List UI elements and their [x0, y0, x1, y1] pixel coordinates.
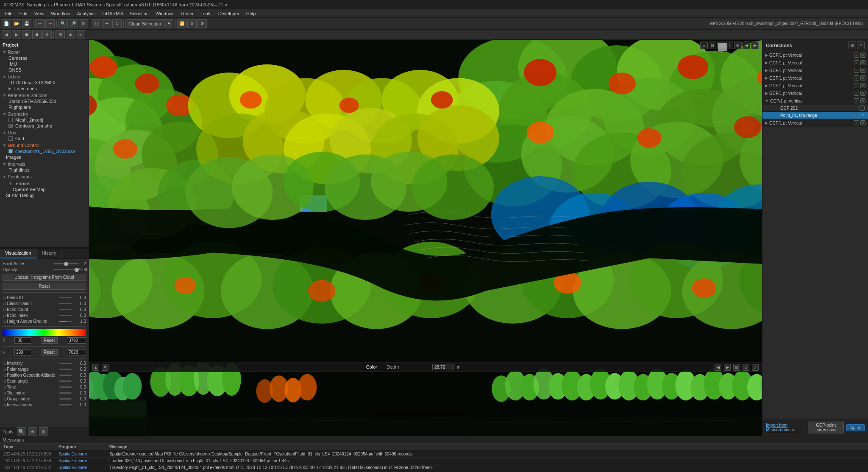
checkbox-contours[interactable] [8, 124, 13, 128]
tree-checkpoints[interactable]: checkpoints_LV95_LN02.csv [0, 148, 89, 154]
tree-geometry[interactable]: ▼ Geometry [0, 110, 89, 117]
rotate-btn[interactable]: ↻ [112, 19, 122, 28]
pv-tab-depth[interactable]: Depth [383, 364, 402, 370]
checkbox-mesh[interactable] [8, 118, 13, 122]
tree-rover[interactable]: ▼ Rover [0, 48, 89, 55]
view-nav-prev[interactable]: ◀ [743, 42, 750, 49]
corr-btn1[interactable]: ⊞ [849, 42, 856, 49]
view-home-btn[interactable]: ⌂ [700, 42, 708, 49]
pv-depth-input[interactable] [432, 364, 453, 370]
sub-gcp202[interactable]: GCP 202 [762, 105, 868, 112]
maximize-btn[interactable]: □ [220, 2, 223, 7]
cg3-edit[interactable]: ✎ [860, 68, 865, 73]
cg6-check[interactable]: ✓ [854, 91, 859, 96]
tool-btn3[interactable]: 🗑 [39, 427, 48, 436]
tree-terrains[interactable]: ▼ Terrains [0, 180, 89, 186]
corr-group-8[interactable]: ▶ GCP/1 pt Vertical ✓ ✎ [762, 119, 868, 127]
tb2-btn5[interactable]: ⟳ [42, 30, 52, 39]
v-min-input[interactable] [14, 349, 31, 355]
pv-expand[interactable]: ⤢ [752, 364, 759, 371]
cg5-check[interactable]: ✓ [854, 83, 859, 88]
hist-min-input[interactable] [14, 337, 31, 344]
redo-btn[interactable]: ↪ [45, 19, 55, 28]
cg6-edit[interactable]: ✎ [860, 91, 865, 96]
tb2-btn2[interactable]: ▶ [12, 30, 21, 39]
tree-trajectories[interactable]: ▶ Trajectories [0, 86, 89, 92]
tool-btn2[interactable]: ⊕ [28, 427, 37, 436]
tree-pointclouds[interactable]: ▼ Pointclouds [0, 173, 89, 180]
update-histograms-btn[interactable]: Update Histograms From Cloud [3, 274, 86, 281]
tree-flightplans[interactable]: Flightplans [0, 104, 89, 110]
menu-windows[interactable]: Windows [152, 9, 178, 17]
cg8-check[interactable]: ✓ [854, 120, 859, 125]
cg7-check[interactable]: ✓ [854, 98, 859, 103]
move-btn[interactable]: ✛ [102, 19, 111, 28]
minimap-box[interactable] [718, 43, 727, 51]
tb2-btn3[interactable]: ⏹ [22, 30, 31, 39]
main-3d-view[interactable]: ⌂ ⊡ 3D ↑ ⊞ ◀ ▶ [89, 40, 762, 362]
pv-tab-color[interactable]: Color [363, 364, 381, 370]
pv-nav1[interactable]: ◀ [715, 364, 721, 371]
tree-station[interactable]: Station ETH2285E.23o [0, 98, 89, 104]
cloud-selection-dropdown[interactable]: Cloud Selection ... ▾ [125, 19, 173, 28]
view-nav-next[interactable]: ▶ [751, 42, 759, 49]
v-reset-btn[interactable]: Reset [41, 349, 58, 355]
pv-nav2[interactable]: ▶ [724, 364, 731, 371]
tree-flightlines[interactable]: Flightlines [0, 167, 89, 173]
corr-group-2[interactable]: ▶ GCP/1 pt Vertical ✓ ✎ [762, 59, 868, 67]
menu-workflow[interactable]: Workflow [47, 9, 73, 17]
tree-contours[interactable]: Contours_1m.shp [0, 123, 89, 129]
tb2-btn4[interactable]: ⏺ [32, 30, 42, 39]
zoom-in-btn[interactable]: 🔍 [58, 19, 68, 28]
corr-group-1[interactable]: ▶ GCP/1 pt Vertical ✓ ✎ [762, 51, 868, 59]
undo-btn[interactable]: ↩ [35, 19, 45, 28]
open-btn[interactable]: 📂 [12, 19, 21, 28]
tree-cameras[interactable]: Cameras [0, 55, 89, 61]
tree-gnss[interactable]: GNSS [0, 67, 89, 73]
reset-btn[interactable]: Reset [3, 283, 86, 290]
pv-fit[interactable]: ⊡ [733, 364, 740, 371]
tree-lidars[interactable]: ▼ Lidars [0, 73, 89, 80]
tree-refstations[interactable]: ▼ Reference Stations [0, 92, 89, 98]
tab-history[interactable]: History [37, 249, 62, 258]
menu-file[interactable]: File [2, 9, 16, 17]
wifi-btn[interactable]: 📶 [177, 19, 186, 28]
cg4-edit[interactable]: ✎ [860, 75, 865, 81]
point0c-check[interactable] [854, 113, 860, 118]
import-measurements-link[interactable]: Import from Measurements... [766, 423, 803, 432]
close-btn[interactable]: × [225, 2, 227, 7]
corr-group-6[interactable]: ▶ GCP/1 pt Vertical ✓ ✎ [762, 89, 868, 97]
tree-grid-item[interactable]: Grid [0, 136, 89, 142]
menu-selection[interactable]: Selection [126, 9, 152, 17]
tb2-btn8[interactable]: ⌖ [76, 30, 85, 39]
menu-view[interactable]: View [31, 9, 48, 17]
cg1-edit[interactable]: ✎ [860, 53, 865, 58]
menu-lidarmill[interactable]: LiDARMill [99, 9, 126, 17]
settings-btn[interactable]: ⚙ [198, 19, 207, 28]
cg4-check[interactable]: ✓ [854, 75, 859, 81]
pv-home[interactable]: ⌂ [743, 364, 749, 371]
cg8-edit[interactable]: ✎ [860, 120, 865, 125]
hist-reset-btn[interactable]: Reset [41, 337, 58, 344]
tree-intervals[interactable]: ▼ Intervals [0, 160, 89, 167]
pv-up-btn[interactable]: ▲ [92, 364, 99, 371]
tb2-btn1[interactable]: ◀ [2, 30, 11, 39]
tb2-btn7[interactable]: ◈ [66, 30, 75, 39]
menu-help[interactable]: Help [243, 9, 259, 17]
gcp-corrections-btn[interactable]: GCP-point corrections [808, 422, 844, 433]
cg1-check[interactable]: ✓ [854, 53, 859, 58]
tree-ldr0[interactable]: LDR0 Hesai XT32M2X [0, 80, 89, 86]
corr-group-5[interactable]: ▶ GCP/1 pt Vertical ✓ ✎ [762, 82, 868, 89]
checkbox-checkpoints[interactable] [8, 149, 13, 153]
sub-point0c[interactable]: Point_0c, 0m range ⤢ [762, 112, 868, 119]
tree-grid[interactable]: ▼ Grid [0, 129, 89, 136]
zoom-out-btn[interactable]: 🔎 [69, 19, 78, 28]
corr-group-3[interactable]: ▶ GCP/1 pt Vertical ✓ ✎ [762, 67, 868, 74]
corr-group-4[interactable]: ▶ GCP/1 pt Vertical ✓ ✎ [762, 74, 868, 82]
opacity-slider[interactable] [53, 269, 79, 270]
view-grid-btn[interactable]: ⊞ [734, 42, 742, 49]
cg2-edit[interactable]: ✎ [860, 60, 865, 65]
tree-groundcontrol[interactable]: ▼ Ground Control [0, 142, 89, 148]
view-fit-btn[interactable]: ⊡ [709, 42, 716, 49]
tree-mesh[interactable]: Mesh_2m.obj [0, 117, 89, 123]
